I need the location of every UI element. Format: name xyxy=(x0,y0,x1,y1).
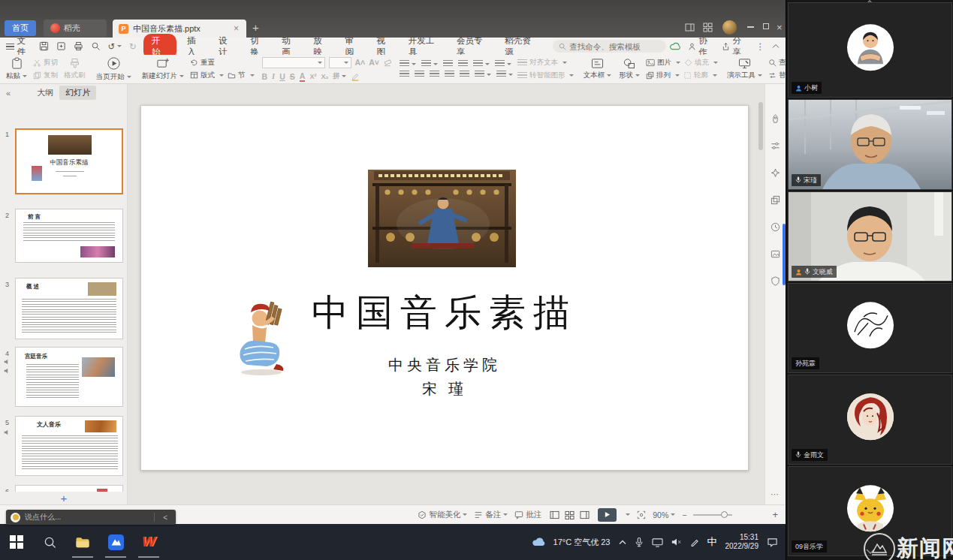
action-center-icon[interactable] xyxy=(767,537,778,547)
collaborate-button[interactable]: 协作 xyxy=(688,35,714,58)
clock[interactable]: 15:31 2022/9/29 xyxy=(725,533,759,551)
print-icon[interactable] xyxy=(71,41,86,51)
window-grid-icon[interactable] xyxy=(703,23,713,32)
beautify-rocket-icon[interactable] xyxy=(771,114,780,124)
start-button[interactable] xyxy=(0,525,33,558)
rail-more-button[interactable]: ⋯ xyxy=(771,489,780,499)
export-icon[interactable] xyxy=(54,41,68,51)
new-slide-button[interactable]: 新建幻灯片 xyxy=(138,56,188,82)
underline-button[interactable]: U xyxy=(279,72,285,81)
outline-button[interactable]: 轮廓 xyxy=(683,71,717,80)
slide-thumb-5[interactable]: 文人音乐 xyxy=(15,416,123,476)
justify-icon[interactable] xyxy=(445,71,454,78)
line-spacing-button[interactable] xyxy=(473,60,490,68)
paste-button[interactable]: 粘贴 xyxy=(2,56,31,82)
highlight-pen-icon[interactable] xyxy=(351,72,360,81)
display-icon[interactable] xyxy=(652,537,663,547)
tab-home[interactable]: 首页 xyxy=(5,20,36,36)
paragraph-settings-button[interactable] xyxy=(475,71,491,78)
pen-icon[interactable] xyxy=(690,537,699,546)
file-explorer-button[interactable] xyxy=(66,525,99,558)
properties-sliders-icon[interactable] xyxy=(771,141,780,151)
participant-tile[interactable]: 文晓威 xyxy=(788,191,952,282)
layout-button[interactable]: 版式 xyxy=(190,71,224,80)
participant-tile[interactable]: 小树 xyxy=(788,2,952,98)
zoom-level[interactable]: 90% xyxy=(653,510,675,519)
slide-photo-bianzhong[interactable] xyxy=(368,170,516,267)
comments-button[interactable]: 批注 xyxy=(514,510,541,520)
new-tab-button[interactable]: + xyxy=(252,21,259,34)
align-text-button[interactable]: 对齐文本 xyxy=(517,58,575,68)
font-color-button[interactable]: A xyxy=(300,71,306,82)
slide-thumb-2[interactable]: 前 言 xyxy=(15,209,123,263)
taskbar-search-button[interactable] xyxy=(33,525,66,558)
cloud-sync-icon[interactable] xyxy=(669,41,680,51)
close-tab-icon[interactable]: × xyxy=(232,23,240,34)
increase-font-icon[interactable]: A˄ xyxy=(355,58,366,67)
slide-thumb-6[interactable]: 宗教音乐 xyxy=(15,485,123,492)
zoom-in-button[interactable]: + xyxy=(772,509,778,520)
align-left-icon[interactable] xyxy=(400,71,409,78)
italic-button[interactable]: I xyxy=(272,72,275,80)
zoom-slider-knob[interactable] xyxy=(721,511,728,518)
slide-1[interactable]: 中国音乐素描 中央音乐学院 宋 瑾 xyxy=(140,105,749,471)
align-right-icon[interactable] xyxy=(430,71,439,78)
participant-tile[interactable]: 金雨文 xyxy=(788,375,952,465)
slideshow-play-button[interactable] xyxy=(598,508,617,522)
image-edit-icon[interactable] xyxy=(771,249,780,259)
tab-outline[interactable]: 大纲 xyxy=(31,86,59,100)
smart-beautify-button[interactable]: 智能美化 xyxy=(418,510,467,520)
decrease-indent-icon[interactable] xyxy=(443,60,453,68)
normal-view-icon[interactable] xyxy=(550,510,559,519)
slide-thumb-1[interactable]: 中国音乐素描 xyxy=(15,128,123,194)
collapse-ribbon-icon[interactable] xyxy=(772,44,780,49)
file-menu[interactable]: 文件 xyxy=(6,35,34,58)
increase-indent-icon[interactable] xyxy=(458,60,468,68)
slide-author[interactable]: 宋 瑾 xyxy=(141,379,748,399)
undo-icon[interactable]: ↺ xyxy=(106,41,125,52)
add-slide-button[interactable]: + xyxy=(0,492,128,504)
superscript-button[interactable]: X² xyxy=(309,73,316,80)
shape-button[interactable]: 形状 xyxy=(615,56,644,82)
columns-button[interactable] xyxy=(496,71,513,78)
zoom-out-button[interactable]: − xyxy=(682,510,686,519)
collapse-chat-button[interactable]: < xyxy=(159,513,171,522)
shield-icon[interactable] xyxy=(771,276,780,286)
section-button[interactable]: 节 xyxy=(228,71,255,80)
distribute-icon[interactable] xyxy=(460,71,469,78)
emoji-icon[interactable] xyxy=(11,513,20,522)
meeting-app-button[interactable] xyxy=(99,525,132,558)
notes-button[interactable]: 备注 xyxy=(474,510,508,520)
close-window-button[interactable]: × xyxy=(777,22,783,33)
user-avatar[interactable] xyxy=(722,20,737,35)
slide-thumb-3[interactable]: 概 述 xyxy=(15,278,123,339)
sorter-view-icon[interactable] xyxy=(565,510,575,519)
find-button[interactable]: 查找 xyxy=(768,58,786,68)
tray-chevron-icon[interactable] xyxy=(619,540,626,545)
tab-slides[interactable]: 幻灯片 xyxy=(59,86,96,100)
fill-button[interactable]: 填充 xyxy=(684,58,718,68)
share-button[interactable]: 分享 xyxy=(722,35,748,58)
picture-button[interactable]: 图片 xyxy=(646,58,680,68)
reset-button[interactable]: 重置 xyxy=(190,58,255,68)
more-menu-icon[interactable]: ⋮ xyxy=(756,41,765,52)
minimize-button[interactable] xyxy=(747,26,754,28)
text-direction-button[interactable] xyxy=(495,60,511,68)
meeting-chat-bar[interactable]: 说点什么... < xyxy=(6,510,176,525)
collapse-panel-button[interactable]: « xyxy=(6,89,11,98)
subscript-button[interactable]: X₂ xyxy=(321,73,328,80)
slide-canvas[interactable]: 中国音乐素描 中央音乐学院 宋 瑾 xyxy=(128,84,765,504)
smart-graphic-button[interactable]: 转智能图形 xyxy=(517,71,575,80)
participant-tile[interactable]: 宋瑾 xyxy=(788,99,952,190)
material-layers-icon[interactable] xyxy=(771,195,780,205)
window-split-icon[interactable] xyxy=(685,23,695,32)
present-tools-button[interactable]: 演示工具 xyxy=(723,56,766,82)
font-name-select[interactable] xyxy=(262,57,325,68)
redo-icon[interactable]: ↻ xyxy=(127,41,139,52)
slide-thumb-4[interactable]: 宫廷音乐 xyxy=(15,347,123,407)
participant-tile[interactable]: 孙苑霖 xyxy=(788,283,952,373)
preview-icon[interactable] xyxy=(89,41,103,51)
canvas-scrollbar[interactable] xyxy=(758,102,763,150)
search-input[interactable] xyxy=(569,42,658,51)
bullets-button[interactable] xyxy=(400,60,416,68)
